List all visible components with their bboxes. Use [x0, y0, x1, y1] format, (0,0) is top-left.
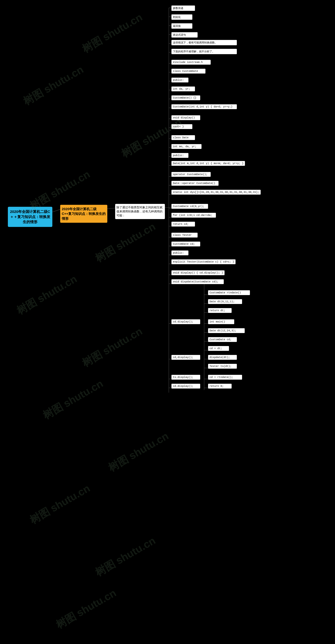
code-node-cd-display1: cd.display();: [172, 319, 200, 324]
code-node-expr: 表达式语句: [172, 32, 198, 38]
code-node-void-dispdate: void dispdate(CustomDate cd);: [172, 279, 224, 284]
code-node-ts-display: ts.display();: [172, 375, 200, 380]
code-node-explicit-tester: explicit Tester(CustomDate c) { cd=c; }: [172, 260, 236, 264]
code-node-static-dys: static int dys[]={31,28,31,30,31,30,31,3…: [172, 190, 261, 194]
desc-node: 除了通过不能类型对象之间的相互赋值来调用转换函数，还有几种调用的可能：: [115, 204, 165, 219]
code-node-customdate-cd2: CustomDate cd;: [172, 242, 200, 246]
code-node-init: 初始化: [172, 14, 192, 20]
code-node-class-date: class Date: [172, 135, 195, 140]
code-node-cd-rtndate: cd = rtndate();: [208, 375, 242, 380]
code-node-desc1: 这些情况下，都有可能调用转换函数。: [172, 40, 237, 45]
code-node-customdate-ctor: CustomDate(int d,int y) { da=d; yr=y;}: [172, 104, 237, 109]
code-node-tester-ts: Tester ts(dt);: [208, 364, 237, 369]
code-node-cd-eq-dt: cd = dt;: [208, 346, 229, 351]
code-node-int-mo-da-yr: int mo, da, yr;: [172, 144, 202, 149]
code-node-public3: public:: [172, 250, 188, 255]
watermark: 树图 shutu.cn: [106, 429, 171, 475]
code-node-desc2: 下面的程序不难理解，就不分析了。: [172, 49, 237, 54]
code-node-date-operator: Date::operator CustomDate(): [172, 181, 218, 186]
code-node-return-dt: return dt;: [208, 308, 232, 313]
watermark: 树图 shutu.cn: [14, 272, 80, 318]
svg-line-1: [107, 208, 115, 209]
code-node-rtndate: CustomDate rtndate(): [208, 290, 250, 295]
code-node-date-dt2: Date dt(12,24,3);: [208, 328, 245, 333]
code-node-customdate-cd3: CustomDate cd;: [208, 337, 237, 342]
second-node-text: 2020年全国计算机二级C++复习知识点：转换发生的情形: [62, 207, 106, 220]
watermark: 树图 shutu.cn: [80, 324, 145, 370]
code-node-date-ctor: Date(int m,int d,int y) { mo=m; da=d; yr…: [172, 161, 245, 166]
code-node-date-dt1: Date dt(9,11,1);: [208, 299, 242, 304]
code-node-public1: public:: [172, 78, 188, 82]
main-container: 树图 shutu.cn 树图 shutu.cn 树图 shutu.cn 树图 s…: [0, 0, 335, 644]
code-node-params: 参数传递: [172, 6, 195, 11]
watermark: 树图 shutu.cn: [93, 534, 158, 580]
watermark: 树图 shutu.cn: [93, 220, 158, 266]
code-node-void-display2: void display() { cd.display(); }: [172, 270, 224, 275]
code-node-public2: public:: [172, 153, 188, 158]
code-node-return-cd: return cd;: [172, 222, 195, 226]
code-node-int-main: int main(): [208, 319, 234, 324]
code-node-void-display1: void display(): [172, 115, 200, 120]
code-node-customdate-cd: CustomDate cd(0,yr);: [172, 204, 208, 209]
code-node-cout: cout< }: [172, 124, 192, 129]
code-node-include: #include iostream.h: [172, 60, 211, 65]
code-node-customdate-default: CustomDate() {}: [172, 96, 200, 100]
code-node-for-loop: for (int i=0;i cd.da+=da;: [172, 213, 216, 218]
svg-line-0: [52, 210, 60, 212]
watermark: 树图 shutu.cn: [21, 62, 86, 108]
watermark: 树图 shutu.cn: [40, 377, 106, 422]
watermark: 树图 shutu.cn: [27, 481, 93, 527]
desc-node-text: 除了通过不能类型对象之间的相互赋值来调用转换函数，还有几种调用的可能：: [116, 206, 162, 217]
code-node-cd-display3: cd.display();: [172, 384, 200, 388]
second-node: 2020年全国计算机二级C++复习知识点：转换发生的情形: [60, 205, 107, 223]
code-node-cd-display2: cd,display();: [172, 355, 200, 360]
code-node-class-tester: class Tester: [172, 233, 198, 238]
code-node-return-0: return 0;: [208, 384, 232, 388]
watermark: 树图 shutu.cn: [80, 10, 145, 56]
code-node-return-val: 返回值: [172, 23, 192, 29]
connector-lines: [0, 0, 335, 644]
code-node-int-da-yr: int da, yr;: [172, 86, 195, 91]
code-node-dispdate-dt: dispdate(dt);: [208, 355, 237, 360]
code-node-operator: operator CustomDate();: [172, 172, 211, 177]
central-node-text: 2020年全国计算机二级C＋＋复习知识点：转换发生的情形: [10, 210, 50, 224]
code-node-class-customdate: class CustomDate: [172, 69, 206, 74]
central-node: 2020年全国计算机二级C＋＋复习知识点：转换发生的情形: [8, 207, 52, 227]
watermark: 树图 shutu.cn: [54, 586, 119, 632]
